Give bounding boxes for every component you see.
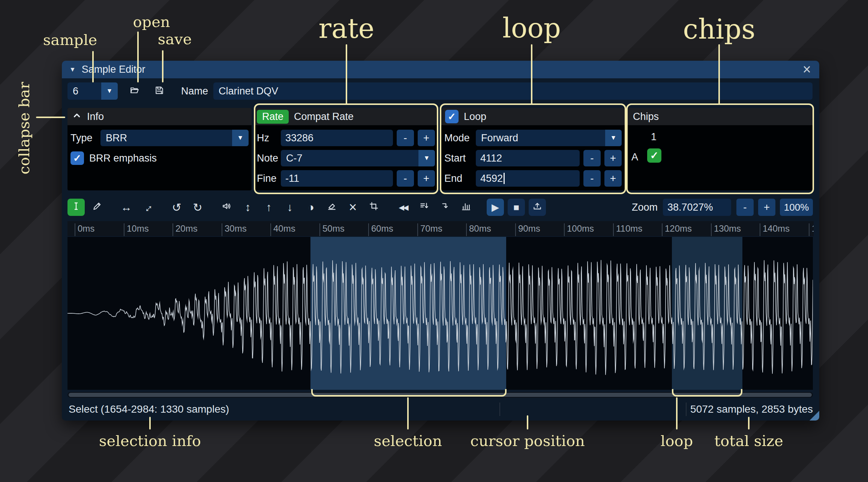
trim-button[interactable] [365, 199, 382, 216]
hz-plus-button[interactable]: + [418, 130, 435, 146]
horizontal-arrows-icon: ↔ [121, 201, 132, 214]
fade-in-button[interactable]: ↑ [260, 199, 277, 216]
time-ruler[interactable]: 0ms 10ms 20ms 30ms 40ms 50ms 60ms 70ms 8… [67, 221, 814, 236]
info-header[interactable]: Info [67, 108, 252, 125]
brr-emphasis-label: BRR emphasis [89, 153, 157, 164]
silence-button[interactable] [323, 199, 340, 216]
play-icon: ▶ [492, 202, 499, 213]
titlebar[interactable]: ▼ Sample Editor × [62, 61, 819, 78]
info-panel: Info Type BRR ▼ ✓ BRR emphasis [67, 108, 252, 190]
redo-button[interactable]: ↻ [189, 199, 206, 216]
sample-editor-window: ▼ Sample Editor × 6 ▼ Name Clarinet DQV [62, 61, 819, 421]
rate-header: Rate Compat Rate [254, 108, 438, 125]
double-left-triangles-icon: ◀◀ [399, 203, 407, 212]
half-circle-icon: ◑ [307, 201, 314, 214]
ibeam-cursor-icon [71, 201, 81, 214]
window-collapse-icon[interactable]: ▼ [69, 66, 76, 73]
window-title: Sample Editor [82, 64, 145, 75]
floppy-disk-icon [154, 85, 164, 97]
fade-out-button[interactable]: ↓ [281, 199, 298, 216]
resize-button[interactable]: ↔ [118, 199, 135, 216]
close-icon[interactable]: × [800, 61, 814, 78]
loop-start-input[interactable]: 4112 [476, 150, 580, 166]
spectrum-button[interactable] [457, 199, 475, 216]
open-button[interactable] [126, 82, 144, 100]
sample-select[interactable]: 6 ▼ [67, 82, 118, 100]
crop-icon [369, 201, 379, 214]
resize-grip[interactable] [810, 411, 819, 421]
chips-column-header: 1 [651, 131, 657, 143]
stop-button[interactable]: ■ [508, 199, 525, 216]
import-button[interactable] [529, 199, 546, 216]
note-label: Note [257, 153, 281, 164]
name-input[interactable]: Clarinet DQV [213, 82, 813, 100]
fine-minus-button[interactable]: - [397, 170, 414, 187]
play-button[interactable]: ▶ [487, 199, 504, 216]
chip-enable-checkbox[interactable]: ✓ [647, 148, 661, 163]
seek-start-button[interactable]: ◀◀ [394, 199, 412, 216]
type-select[interactable]: BRR ▼ [100, 130, 249, 146]
annotation-rate-label: rate [319, 13, 375, 44]
scrollbar-thumb[interactable] [69, 393, 812, 397]
annotation-line [36, 117, 65, 118]
loop-end-plus-button[interactable]: + [604, 170, 622, 187]
chips-title: Chips [633, 111, 659, 123]
create-wavetable-button[interactable] [415, 199, 433, 216]
rate-tab[interactable]: Rate [257, 110, 289, 124]
apply-button[interactable] [436, 199, 454, 216]
zoom-out-button[interactable]: - [736, 199, 754, 216]
eraser-icon [327, 201, 337, 214]
diagonal-arrows-icon: ↔ [139, 199, 156, 216]
plus-icon: + [764, 201, 770, 213]
zoom-in-button[interactable]: + [758, 199, 775, 216]
draw-button[interactable] [88, 199, 106, 216]
zoom-value: 38.7027% [667, 202, 713, 213]
annotation-save-label: save [158, 30, 192, 48]
vertical-arrows-icon: ↕ [245, 201, 251, 214]
delete-button[interactable]: × [344, 199, 361, 216]
loop-end-minus-button[interactable]: - [583, 170, 601, 187]
check-icon: ✓ [73, 153, 81, 164]
invert-button[interactable]: ◑ [302, 199, 319, 216]
x-icon: × [349, 199, 357, 215]
hz-input[interactable]: 33286 [281, 130, 393, 146]
chevron-down-icon: ▼ [418, 150, 435, 166]
zoom-input[interactable]: 38.7027% [663, 199, 731, 216]
collapse-chevron-icon[interactable] [72, 111, 82, 123]
fine-plus-button[interactable]: + [418, 170, 435, 187]
stop-icon: ■ [513, 202, 519, 213]
zoom-reset-button[interactable]: 100% [780, 199, 813, 216]
horizontal-scrollbar[interactable] [67, 392, 813, 398]
preview-button[interactable] [218, 199, 235, 216]
save-button[interactable] [150, 82, 168, 100]
waveform-area[interactable] [67, 237, 813, 390]
undo-button[interactable]: ↺ [168, 199, 185, 216]
type-label: Type [70, 132, 100, 144]
edit-mode-button[interactable] [67, 199, 85, 216]
bar-chart-icon [461, 201, 471, 214]
amplify-button[interactable]: ↕ [239, 199, 256, 216]
total-size-text: 5072 samples, 2853 bytes [690, 401, 813, 418]
ruler-label: 140ms [760, 223, 790, 236]
loop-start-minus-button[interactable]: - [583, 150, 601, 166]
name-label: Name [181, 82, 208, 100]
ruler-label: 60ms [368, 223, 393, 236]
loop-checkbox[interactable]: ✓ [445, 110, 459, 123]
page: { "annotations": { "color": "#f1e8ad", "… [0, 0, 868, 482]
note-select[interactable]: C-7 ▼ [281, 150, 435, 166]
info-title: Info [87, 111, 104, 123]
hz-minus-button[interactable]: - [397, 130, 414, 146]
brr-emphasis-checkbox[interactable]: ✓ [70, 151, 84, 165]
waveform-canvas[interactable] [67, 237, 813, 390]
sample-select-value: 6 [67, 82, 101, 100]
speaker-icon [222, 201, 232, 214]
loop-start-value: 4112 [480, 153, 502, 164]
loop-start-plus-button[interactable]: + [604, 150, 622, 166]
ruler-label: 120ms [662, 223, 692, 236]
stretch-button[interactable]: ↔ [139, 199, 156, 216]
mode-select[interactable]: Forward ▼ [476, 130, 622, 146]
ruler-label: 70ms [417, 223, 442, 236]
fine-input[interactable]: -11 [281, 170, 393, 187]
chips-header: Chips [628, 108, 813, 125]
loop-end-input[interactable]: 4592 [476, 170, 580, 187]
